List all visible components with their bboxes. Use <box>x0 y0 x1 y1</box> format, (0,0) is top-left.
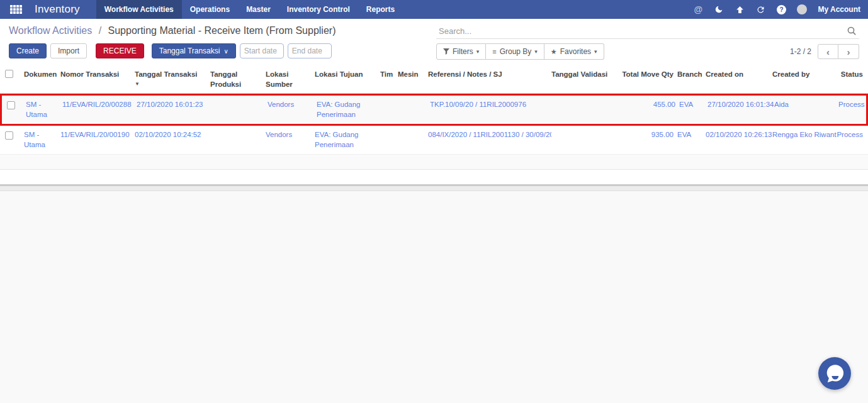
pager-previous-button[interactable]: ‹ <box>818 44 838 59</box>
top-navbar: Inventory Workflow Activities Operations… <box>0 0 868 19</box>
cell-total-move-qty: 935.00 <box>614 126 677 145</box>
filter-button-group: Filters ▾ ≡ Group By ▾ ★ Favorites ▾ <box>436 43 604 60</box>
cell-created-on: 02/10/2020 10:26:13 <box>706 126 772 145</box>
header-tanggal-validasi[interactable]: Tanggal Validasi <box>551 66 614 84</box>
moon-icon[interactable] <box>714 4 724 14</box>
funnel-icon <box>443 48 449 55</box>
header-referensi[interactable]: Referensi / Notes / SJ <box>428 66 551 84</box>
horizontal-scrollbar[interactable] <box>0 184 868 191</box>
row-checkbox[interactable] <box>5 131 13 140</box>
cell-referensi: 084/IX/2020 / 11RIL2001130 / 30/09/2020 <box>428 126 551 145</box>
table-row[interactable]: SM - Utama 11/EVA/RIL/20/00190 02/10/202… <box>0 126 868 155</box>
table-footer-gap <box>0 170 868 184</box>
create-button[interactable]: Create <box>9 43 47 58</box>
menu-workflow-activities[interactable]: Workflow Activities <box>96 0 182 19</box>
cell-lokasi-sumber: Vendors <box>266 126 315 145</box>
import-button[interactable]: Import <box>50 43 87 58</box>
breadcrumb-separator: / <box>99 25 101 36</box>
select-all-checkbox[interactable] <box>5 70 13 78</box>
apps-grid-icon[interactable] <box>10 5 22 14</box>
group-by-button[interactable]: ≡ Group By ▾ <box>486 43 544 60</box>
header-branch[interactable]: Branch <box>677 66 706 84</box>
caret-down-icon: ▾ <box>534 48 538 55</box>
breadcrumb: Workflow Activities / Supporting Materia… <box>9 25 335 39</box>
cell-dokumen: SM - Utama <box>26 96 62 124</box>
cell-status: Process <box>837 126 868 145</box>
cell-created-by: Rengga Eko Riwanto <box>772 126 837 145</box>
cell-tanggal-transaksi: 27/10/2020 16:01:23 <box>137 96 212 114</box>
refresh-icon[interactable] <box>755 4 765 14</box>
menu-reports[interactable]: Reports <box>358 0 403 19</box>
cell-mesin <box>398 126 428 135</box>
chat-bubble-icon <box>818 357 851 390</box>
cell-branch: EVA <box>679 96 707 114</box>
cell-tanggal-validasi <box>553 96 616 104</box>
header-total-move-qty[interactable]: Total Move Qty <box>614 66 677 84</box>
star-icon: ★ <box>551 48 557 56</box>
cell-mesin <box>400 96 430 104</box>
menu-operations[interactable]: Operations <box>182 0 238 19</box>
header-lokasi-sumber[interactable]: Lokasi Sumber <box>266 66 315 93</box>
cell-status: Process <box>838 96 866 114</box>
caret-down-icon: ▾ <box>476 48 480 55</box>
caret-down-icon: ▾ <box>594 48 597 55</box>
header-mesin[interactable]: Mesin <box>398 66 428 84</box>
pager-range: 1-2 / 2 <box>790 47 811 56</box>
empty-row <box>0 155 868 170</box>
date-filter-dropdown[interactable]: Tanggal Transaksi ∨ <box>152 43 236 58</box>
header-nomor-transaksi[interactable]: Nomor Transaksi <box>60 66 135 84</box>
mention-icon[interactable]: @ <box>693 4 703 14</box>
header-status[interactable]: Status <box>837 66 868 84</box>
cell-referensi: TKP.10/09/20 / 11RIL2000976 <box>430 96 553 114</box>
header-tanggal-transaksi[interactable]: Tanggal Transaksi ▼ <box>135 66 210 91</box>
cell-branch: EVA <box>677 126 706 145</box>
table-header-row: Dokumen Nomor Transaksi Tanggal Transaks… <box>0 66 868 94</box>
cell-tanggal-produksi <box>212 96 268 104</box>
row-checkbox[interactable] <box>7 101 15 109</box>
page-title: Supporting Material - Receive Item (From… <box>108 25 336 36</box>
breadcrumb-parent-link[interactable]: Workflow Activities <box>9 25 92 36</box>
menu-inventory-control[interactable]: Inventory Control <box>279 0 358 19</box>
records-table: Dokumen Nomor Transaksi Tanggal Transaks… <box>0 66 868 170</box>
header-lokasi-tujuan[interactable]: Lokasi Tujuan <box>315 66 380 84</box>
cell-lokasi-sumber: Vendors <box>268 96 317 114</box>
sort-desc-icon: ▼ <box>135 81 206 88</box>
end-date-input[interactable] <box>288 43 332 58</box>
app-title: Inventory <box>35 3 80 16</box>
cell-lokasi-tujuan: EVA: Gudang Penerimaan <box>315 126 380 154</box>
arrow-up-icon[interactable] <box>735 4 745 14</box>
my-account-button[interactable]: My Account <box>818 5 860 14</box>
menu-master[interactable]: Master <box>238 0 279 19</box>
header-created-by[interactable]: Created by <box>772 66 837 84</box>
search-icon[interactable] <box>847 26 857 36</box>
header-dokumen[interactable]: Dokumen <box>24 66 60 84</box>
pager-next-button[interactable]: › <box>838 44 859 59</box>
receive-button[interactable]: RECEIVE <box>96 43 144 58</box>
header-tanggal-produksi[interactable]: Tanggal Produksi <box>210 66 266 93</box>
chevron-down-icon: ∨ <box>223 48 228 55</box>
filters-button[interactable]: Filters ▾ <box>436 43 486 60</box>
search-controls: Filters ▾ ≡ Group By ▾ ★ Favorites ▾ 1-2… <box>436 43 859 60</box>
cell-tanggal-transaksi: 02/10/2020 10:24:52 <box>135 126 210 145</box>
main-menu: Workflow Activities Operations Master In… <box>96 0 403 19</box>
action-buttons: Create Import RECEIVE Tanggal Transaksi … <box>9 43 332 58</box>
header-created-on[interactable]: Created on <box>706 66 772 84</box>
header-tim[interactable]: Tim <box>380 66 398 84</box>
navbar-right: @ ? My Account <box>693 4 860 14</box>
favorites-button[interactable]: ★ Favorites ▾ <box>544 43 604 60</box>
help-icon[interactable]: ? <box>776 4 786 14</box>
hamburger-icon: ≡ <box>492 48 496 55</box>
table-row-highlighted[interactable]: SM - Utama 11/EVA/RIL/20/00288 27/10/202… <box>0 94 868 126</box>
cell-dokumen: SM - Utama <box>24 126 60 154</box>
search-input[interactable] <box>439 26 847 36</box>
search-bar <box>436 25 859 39</box>
start-date-input[interactable] <box>240 43 284 58</box>
chat-launcher-button[interactable] <box>818 357 851 390</box>
user-avatar[interactable] <box>797 4 807 14</box>
cell-tanggal-validasi <box>551 126 614 135</box>
cell-total-move-qty: 455.00 <box>616 96 679 114</box>
page-content: Workflow Activities / Supporting Materia… <box>0 19 868 191</box>
cell-nomor-transaksi: 11/EVA/RIL/20/00288 <box>62 96 137 114</box>
cell-tanggal-produksi <box>210 126 266 135</box>
cell-lokasi-tujuan: EVA: Gudang Penerimaan <box>317 96 382 124</box>
